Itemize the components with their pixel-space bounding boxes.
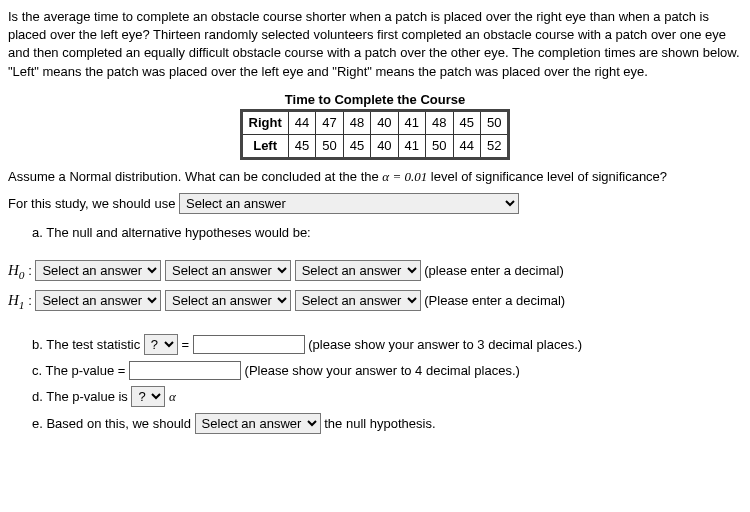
data-table-section: Time to Complete the Course Right 44 47 …	[8, 91, 742, 161]
row-label-right: Right	[241, 110, 288, 134]
c-hint: (Please show your answer to 4 decimal pl…	[245, 363, 520, 378]
data-cell: 45	[453, 110, 480, 134]
alpha-symbol: α = 0.01	[382, 169, 427, 184]
study-line: For this study, we should use Select an …	[8, 193, 742, 214]
row-label-left: Left	[241, 135, 288, 159]
h0-hint: (please enter a decimal)	[424, 263, 563, 278]
h1-hint: (Please enter a decimal)	[424, 293, 565, 308]
data-cell: 44	[288, 110, 315, 134]
part-a-label: a. The null and alternative hypotheses w…	[32, 224, 742, 242]
h1-line: H1 : Select an answer Select an answer S…	[8, 290, 742, 314]
assumption-line: Assume a Normal distribution. What can b…	[8, 168, 742, 186]
data-cell: 50	[316, 135, 343, 159]
data-cell: 48	[426, 110, 453, 134]
part-e: e. Based on this, we should Select an an…	[32, 413, 742, 434]
data-cell: 44	[453, 135, 480, 159]
h1-symbol: H1	[8, 292, 25, 308]
data-cell: 45	[288, 135, 315, 159]
h0-symbol: H0	[8, 262, 25, 278]
data-cell: 47	[316, 110, 343, 134]
study-type-select[interactable]: Select an answer	[179, 193, 519, 214]
b-prefix: b. The test statistic	[32, 337, 144, 352]
h0-operator-select[interactable]: Select an answer	[165, 260, 291, 281]
part-b: b. The test statistic ? = (please show y…	[32, 334, 742, 355]
b-hint: (please show your answer to 3 decimal pl…	[308, 337, 582, 352]
problem-statement: Is the average time to complete an obsta…	[8, 8, 742, 81]
equals: =	[181, 337, 192, 352]
h0-param-select[interactable]: Select an answer	[35, 260, 161, 281]
part-d: d. The p-value is ? α	[32, 386, 742, 407]
test-statistic-symbol-select[interactable]: ?	[144, 334, 178, 355]
data-cell: 45	[343, 135, 370, 159]
table-row: Right 44 47 48 40 41 48 45 50	[241, 110, 509, 134]
h0-line: H0 : Select an answer Select an answer S…	[8, 260, 742, 284]
data-cell: 50	[481, 110, 509, 134]
h1-value-select[interactable]: Select an answer	[295, 290, 421, 311]
data-cell: 48	[343, 110, 370, 134]
c-prefix: c. The p-value =	[32, 363, 129, 378]
parts-b-to-e: b. The test statistic ? = (please show y…	[32, 334, 742, 434]
table-row: Left 45 50 45 40 41 50 44 52	[241, 135, 509, 159]
h0-value-select[interactable]: Select an answer	[295, 260, 421, 281]
p-value-input[interactable]	[129, 361, 241, 380]
h1-param-select[interactable]: Select an answer	[35, 290, 161, 311]
study-prefix: For this study, we should use	[8, 196, 179, 211]
p-value-compare-select[interactable]: ?	[131, 386, 165, 407]
table-title: Time to Complete the Course	[8, 91, 742, 109]
data-cell: 50	[426, 135, 453, 159]
test-statistic-input[interactable]	[193, 335, 305, 354]
e-suffix: the null hypothesis.	[324, 416, 435, 431]
assume-prefix: Assume a Normal distribution. What can b…	[8, 169, 382, 184]
data-table: Right 44 47 48 40 41 48 45 50 Left 45 50…	[240, 109, 511, 160]
d-prefix: d. The p-value is	[32, 389, 131, 404]
data-cell: 40	[371, 110, 398, 134]
decision-select[interactable]: Select an answer	[195, 413, 321, 434]
part-c: c. The p-value = (Please show your answe…	[32, 361, 742, 380]
e-prefix: e. Based on this, we should	[32, 416, 195, 431]
data-cell: 52	[481, 135, 509, 159]
alpha-inline: α	[169, 389, 176, 404]
assume-suffix: level of significance level of significa…	[427, 169, 667, 184]
h1-operator-select[interactable]: Select an answer	[165, 290, 291, 311]
data-cell: 41	[398, 135, 425, 159]
data-cell: 41	[398, 110, 425, 134]
data-cell: 40	[371, 135, 398, 159]
